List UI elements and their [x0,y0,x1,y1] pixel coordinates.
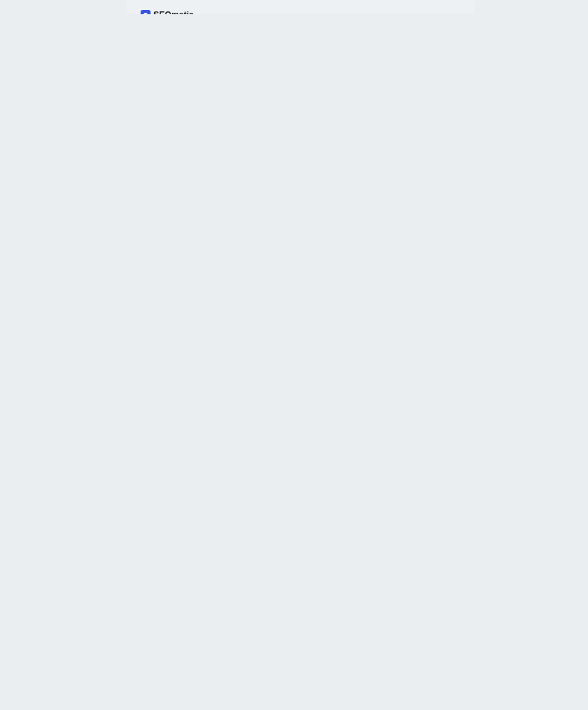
hero-section: SEOmatic Homepage › Category [Category] [126,0,474,14]
brand-name: SEOmatic [153,10,194,14]
logo-icon [141,10,151,14]
brand-logo: SEOmatic [141,10,460,14]
